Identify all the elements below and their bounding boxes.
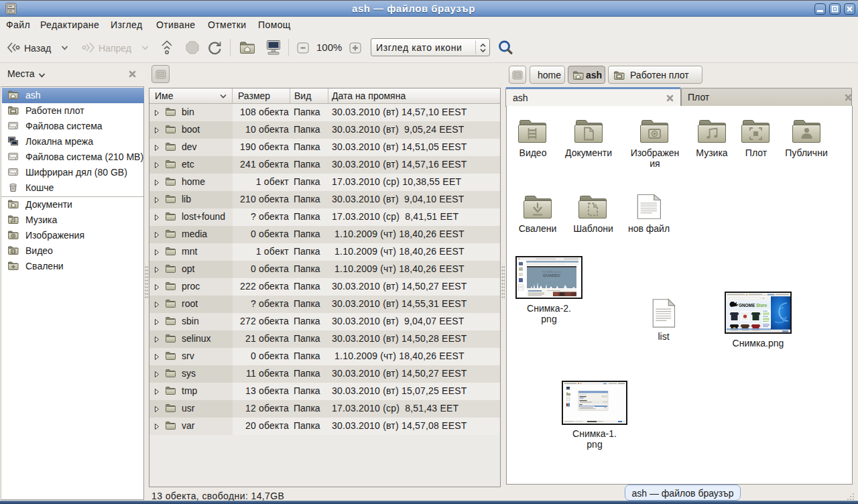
svg-text:Store: Store	[756, 303, 768, 308]
svg-text:July 24-30th, 2010: July 24-30th, 2010	[544, 279, 559, 281]
svg-text:The GNOME conference: The GNOME conference	[542, 271, 562, 273]
svg-text:GUADEC: GUADEC	[543, 273, 561, 277]
svg-text:GNOME: GNOME	[739, 303, 755, 308]
